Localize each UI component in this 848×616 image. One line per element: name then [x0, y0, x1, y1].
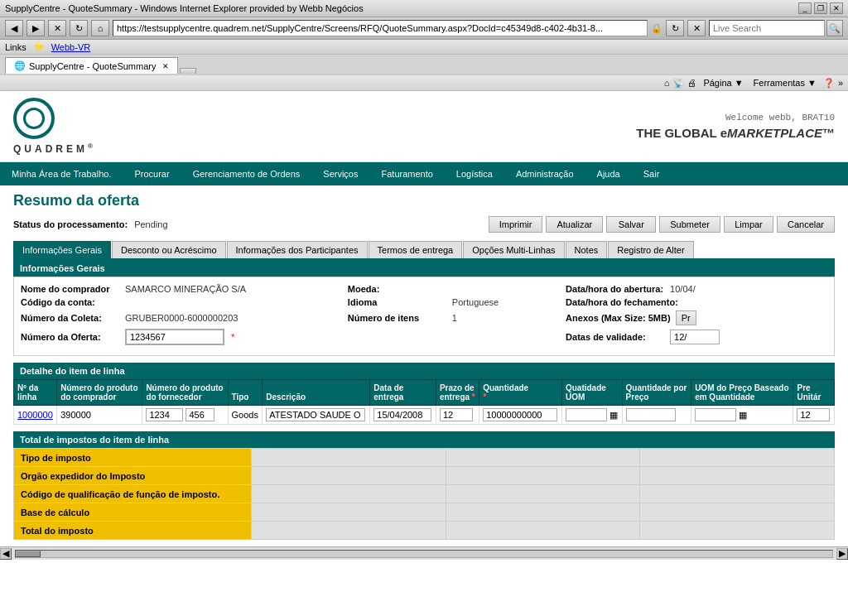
uom-price-icon[interactable]: ▦: [739, 410, 747, 420]
feeds-toolbar-icon[interactable]: 📡: [672, 78, 684, 89]
delivery-date-input[interactable]: [373, 408, 431, 421]
tools-menu[interactable]: Ferramentas ▼: [750, 77, 820, 89]
supplier-product-input-2[interactable]: [186, 408, 214, 421]
favorites-webb-vr[interactable]: Webb-VR: [51, 42, 90, 52]
back-button[interactable]: ◀: [5, 20, 23, 36]
home-button[interactable]: ⌂: [91, 20, 109, 36]
forward-button[interactable]: ▶: [26, 20, 45, 36]
page-menu[interactable]: Página ▼: [700, 77, 746, 89]
stop-btn2[interactable]: ✕: [687, 20, 706, 36]
cell-uom-price: ▦: [691, 406, 793, 425]
nav-search[interactable]: Procurar: [123, 162, 181, 185]
tab-close-icon[interactable]: ✕: [162, 62, 169, 70]
nav-admin[interactable]: Administração: [504, 162, 585, 185]
description-input[interactable]: [266, 408, 365, 421]
nav-orders[interactable]: Gerenciamento de Ordens: [181, 162, 312, 185]
delivery-term-input[interactable]: [440, 408, 473, 421]
uom-icon[interactable]: ▦: [610, 410, 618, 420]
marketplace-text: THE GLOBAL eMARKETPLACE™: [636, 126, 835, 140]
restore-button[interactable]: ❐: [814, 2, 827, 14]
uom-price-input[interactable]: [695, 408, 736, 421]
tab-participants[interactable]: Informações dos Participantes: [227, 241, 368, 258]
stop-button[interactable]: ✕: [48, 20, 66, 36]
offer-number-input[interactable]: [125, 329, 224, 345]
tab-discount[interactable]: Desconto ou Acréscimo: [112, 241, 226, 258]
nav-billing[interactable]: Faturamento: [369, 162, 444, 185]
help-toolbar-icon[interactable]: ❓: [823, 78, 835, 89]
refresh-btn2[interactable]: ↻: [666, 20, 684, 36]
tab-multi-lines[interactable]: Opções Multi-Linhas: [463, 241, 564, 258]
cancel-button[interactable]: Cancelar: [777, 216, 835, 233]
expand-toolbar-icon[interactable]: »: [838, 78, 843, 88]
minimize-button[interactable]: _: [798, 2, 812, 14]
table-row: 1000000 390000 Goods ▦: [14, 406, 835, 425]
items-num-label: Número de itens: [348, 313, 447, 323]
col-quantity: Quantidade*: [479, 380, 562, 406]
save-button[interactable]: Salvar: [606, 216, 656, 233]
browser-tab-new[interactable]: [180, 68, 196, 74]
cell-quantity: [479, 406, 562, 425]
offer-required-star: *: [231, 332, 234, 342]
line-num-link[interactable]: 1000000: [17, 410, 53, 420]
scroll-right-button[interactable]: ▶: [836, 548, 848, 560]
star-icon: ⭐: [33, 41, 45, 52]
tax-row-2: Orgão expedidor do Imposto: [14, 467, 835, 485]
logo-area: QUADREM®: [13, 98, 96, 155]
nav-logout[interactable]: Sair: [632, 162, 672, 185]
currency-col: Moeda:: [348, 284, 566, 294]
tax-val-2a: [251, 467, 446, 485]
uom-input[interactable]: [566, 408, 607, 421]
validity-input[interactable]: [670, 330, 720, 344]
line-items-header: Detalhe do item de linha: [13, 363, 835, 379]
items-num-col: Número de itens 1: [348, 313, 566, 323]
qty-price-input[interactable]: [626, 408, 676, 421]
general-info-grid: Nome do comprador SAMARCO MINERAÇÃO S/A …: [13, 277, 835, 356]
tax-label-5: Total do imposto: [14, 522, 252, 540]
currency-label: Moeda:: [348, 284, 447, 294]
nav-services[interactable]: Serviços: [311, 162, 369, 185]
tab-delivery-terms[interactable]: Termos de entrega: [369, 241, 463, 258]
tab-notes[interactable]: Notes: [566, 241, 608, 258]
refresh-button[interactable]: ↻: [70, 20, 88, 36]
info-row-1: Nome do comprador SAMARCO MINERAÇÃO S/A …: [21, 284, 827, 294]
scroll-left-button[interactable]: ◀: [0, 548, 12, 560]
quantity-input[interactable]: [483, 408, 557, 421]
submit-button[interactable]: Submeter: [659, 216, 720, 233]
tax-row-3: Código de qualificação de função de impo…: [14, 485, 835, 503]
favorites-bar: Links ⭐ Webb-VR: [0, 40, 848, 55]
search-go-button[interactable]: 🔍: [826, 20, 843, 36]
line-items-table: Nº dalinha Número do produtodo comprador…: [13, 379, 835, 425]
nav-help[interactable]: Ajuda: [585, 162, 632, 185]
unit-price-input[interactable]: [797, 408, 830, 421]
tax-val-2c: [640, 467, 835, 485]
tax-row-4: Base de cálculo: [14, 503, 835, 522]
clear-button[interactable]: Limpar: [724, 216, 773, 233]
print-toolbar-icon[interactable]: 🖨: [687, 78, 696, 88]
cell-supplier-product: [142, 406, 228, 425]
cell-buyer-product: 390000: [57, 406, 142, 425]
home-toolbar-icon[interactable]: ⌂: [664, 78, 670, 88]
attachments-button[interactable]: Pr: [676, 310, 696, 325]
buyer-name-col: Nome do comprador SAMARCO MINERAÇÃO S/A: [21, 284, 348, 294]
browser-tab-active[interactable]: 🌐 SupplyCentre - QuoteSummary ✕: [5, 57, 178, 74]
supplier-product-input-1[interactable]: [146, 408, 183, 421]
info-row-2: Código da conta: Idioma Portuguese Data/…: [21, 297, 827, 307]
col-description: Descrição: [263, 380, 370, 406]
nav-logistics[interactable]: Logística: [445, 162, 504, 185]
page-header: QUADREM® Welcome webb, BRAT10 THE GLOBAL…: [0, 91, 848, 162]
nav-workspace[interactable]: Minha Área de Trabalho.: [0, 162, 123, 185]
language-col: Idioma Portuguese: [348, 297, 566, 307]
close-button[interactable]: ✕: [830, 2, 843, 14]
col-unit-price: PreUnitár: [793, 380, 835, 406]
cell-delivery-date: [370, 406, 436, 425]
tab-general-info[interactable]: Informações Gerais: [13, 241, 111, 258]
url-input[interactable]: [113, 20, 648, 36]
update-button[interactable]: Atualizar: [546, 216, 603, 233]
page-body: Resumo da oferta Status do processamento…: [0, 185, 848, 546]
cell-type: Goods: [228, 406, 263, 425]
bottom-scrollbar: ◀ ▶: [0, 546, 848, 560]
print-button[interactable]: Imprimir: [489, 216, 543, 233]
scroll-thumb[interactable]: [16, 551, 41, 557]
search-input[interactable]: [709, 20, 825, 36]
tab-history[interactable]: Registro de Alter: [608, 241, 693, 258]
